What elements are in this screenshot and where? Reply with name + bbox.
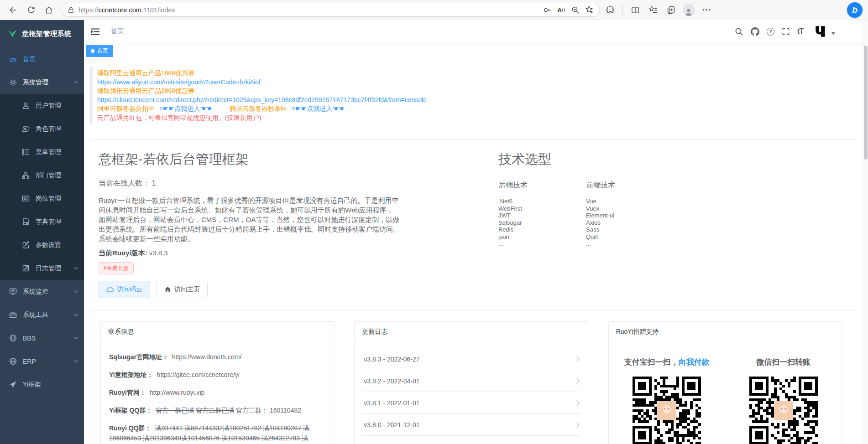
top-navbar: 首页 ? tT (84, 20, 868, 43)
tencent-enter-link[interactable]: >☛☛点我进入☚☚ (292, 105, 344, 112)
browser-home-button[interactable] (41, 2, 57, 18)
sidebar-item-label: 角色管理 (36, 125, 61, 133)
contact-card-title: 联系信息 (101, 322, 334, 342)
sidebar-item-label: 系统管理 (23, 78, 48, 87)
cloud-icon (106, 286, 114, 293)
sidebar-item-menu-management[interactable]: 菜单管理 (0, 140, 84, 164)
visit-homepage-button[interactable]: 访问主页 (157, 281, 208, 298)
sidebar-item-system-tools[interactable]: 系统工具 (0, 303, 84, 326)
user-avatar (814, 25, 827, 38)
changelog-list: v3.8.3 - 2022-06-27 v3.8.2 - 2022-04-01 … (361, 348, 581, 444)
notice-tencent-coupon: 领取腾讯云通用云产品2860优惠券 (97, 87, 858, 96)
read-aloud-button[interactable]: A (554, 3, 568, 16)
sidebar-item-log-management[interactable]: 日志管理 (0, 257, 84, 280)
user-menu[interactable] (814, 25, 835, 38)
donate-card-body: 支付宝扫一扫，向我付款 微信扫一扫转账 (609, 342, 842, 444)
sidebar-item-user-management[interactable]: 用户管理 (0, 94, 84, 117)
list-item: Redis (498, 226, 586, 233)
scrollbar-thumb[interactable] (864, 46, 868, 160)
split-screen-button[interactable] (627, 2, 643, 18)
free-opensource-tag: ¥免费开源 (99, 262, 134, 274)
changelog-row[interactable]: v3.7.0 - 2021-09-13 (361, 436, 581, 444)
tab-home[interactable]: 首页 (86, 45, 113, 57)
sidebar: 意框架管理系统 首页 系统管理 用户管理 角色管理 菜单管理 部门管理 (0, 20, 84, 444)
visit-gitee-button[interactable]: 访问码云 (99, 281, 150, 298)
pay-me-link[interactable]: 向我付款 (678, 358, 709, 367)
split-screen-icon (631, 5, 640, 15)
aliyun-enter-link[interactable]: >☛☛点我进入☚☚ (159, 105, 211, 112)
search-button[interactable] (735, 27, 744, 36)
visit-gitee-label: 访问码云 (117, 285, 142, 294)
hero-buttons: 访问码云 访问主页 (99, 281, 400, 298)
qq-group-full: 官方一群已满 (156, 407, 194, 414)
aliyun-link[interactable]: https://www.aliyun.com/minisite/goods?us… (97, 78, 858, 87)
password-button[interactable] (540, 3, 554, 16)
font-size-button[interactable]: tT (797, 27, 803, 36)
copilot-button[interactable]: b (847, 2, 863, 18)
globe-icon (9, 357, 17, 365)
sidebar-toggle-icon[interactable] (91, 27, 100, 36)
github-button[interactable] (751, 27, 760, 36)
list-item: Quill (586, 233, 674, 241)
question-icon: ? (769, 29, 772, 34)
qq-group-full: 官方二群已满 (196, 407, 234, 414)
fullscreen-button[interactable] (781, 27, 790, 36)
add-favorite-button[interactable] (583, 3, 596, 16)
copilot-icon: b (852, 5, 858, 15)
tags-view-bar: 首页 (84, 43, 868, 59)
edit-icon (22, 241, 30, 249)
changelog-row[interactable]: v3.8.3 - 2022-06-27 (361, 348, 581, 370)
sidebar-item-bbs[interactable]: BBS (0, 326, 84, 350)
home-icon (44, 5, 53, 15)
contact-card: 联系信息 Sqlsugar官网地址： https://www.donet5.co… (100, 321, 334, 444)
contact-value: https://gitee.com/ccnetcore/yi (157, 371, 240, 378)
extensions-button[interactable] (602, 2, 618, 18)
browser-refresh-button[interactable] (23, 2, 39, 18)
tencent-link[interactable]: https://cloud.tencent.com/redirect.php?r… (97, 96, 858, 105)
chevron-down-icon (74, 289, 78, 293)
alipay-donate-column: 支付宝扫一扫，向我付款 (609, 357, 726, 444)
help-button[interactable]: ? (767, 28, 774, 36)
sidebar-item-role-management[interactable]: 角色管理 (0, 117, 84, 140)
collections-button[interactable] (663, 2, 679, 18)
sidebar-item-label: 首页 (23, 55, 36, 63)
contact-value: https://www.donet5.com/ (172, 353, 242, 361)
zoom-out-button[interactable] (569, 3, 582, 16)
sidebar-item-parameter-settings[interactable]: 参数设置 (0, 233, 84, 257)
gear-icon (9, 78, 17, 86)
sidebar-item-erp[interactable]: ERP (0, 350, 84, 373)
backend-tech-list: .Net6 WebFirst JWT Sqlsugar Redis json .… (498, 198, 586, 248)
fullscreen-icon (782, 27, 790, 36)
chevron-right-icon (574, 378, 579, 383)
sidebar-item-label: 菜单管理 (36, 148, 61, 156)
list-item: Axios (586, 219, 674, 227)
address-bar[interactable]: https://ccnetcore.com:1101/index A (62, 3, 600, 17)
globe-icon (9, 334, 17, 342)
alipay-donate-title: 支付宝扫一扫，向我付款 (609, 357, 725, 367)
chevron-up-icon (74, 81, 78, 86)
puzzle-icon (606, 5, 615, 15)
contact-row: Ruoyi官网： http://www.ruoyi.vip (109, 387, 325, 398)
list-item: Element-ui (586, 212, 674, 219)
changelog-row[interactable]: v3.8.1 - 2022-01-01 (361, 392, 581, 414)
browser-toolbar: https://ccnetcore.com:1101/index A (0, 0, 868, 20)
sidebar-item-home[interactable]: 首页 (0, 47, 84, 71)
browser-back-button[interactable] (5, 2, 21, 18)
changelog-row[interactable]: v3.8.0 - 2021-12-01 (361, 414, 581, 436)
sidebar-logo[interactable]: 意框架管理系统 (0, 20, 84, 47)
profile-button[interactable] (681, 2, 696, 18)
page-scrollbar[interactable] (863, 20, 868, 444)
sidebar-item-post-management[interactable]: 岗位管理 (0, 187, 84, 210)
sidebar-item-dict-management[interactable]: 字典管理 (0, 210, 84, 233)
url-host: ccnetcore.com (99, 6, 141, 14)
sidebar-item-department-management[interactable]: 部门管理 (0, 164, 84, 187)
browser-menu-button[interactable] (699, 2, 714, 18)
key-icon (543, 6, 551, 14)
person-icon (684, 7, 693, 16)
sidebar-item-system-monitor[interactable]: 系统监控 (0, 280, 84, 303)
changelog-row[interactable]: v3.8.2 - 2022-04-01 (361, 370, 581, 392)
tech-columns: 后端技术 .Net6 WebFirst JWT Sqlsugar Redis j… (498, 181, 674, 248)
sidebar-item-system-management[interactable]: 系统管理 (0, 71, 84, 94)
sidebar-item-yi-framework[interactable]: Yi框架 (0, 373, 84, 396)
favorites-button[interactable] (645, 2, 661, 18)
